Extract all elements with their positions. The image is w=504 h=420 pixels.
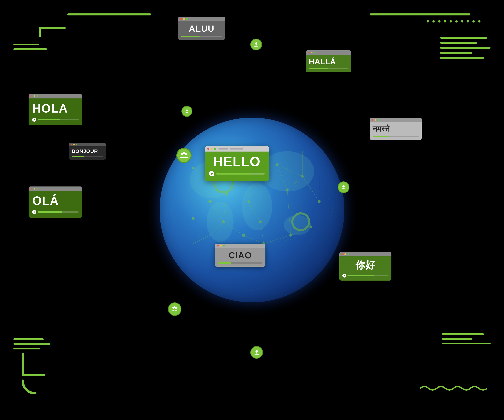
svg-point-53 <box>192 217 195 220</box>
wavy-decoration <box>420 384 487 393</box>
globe-network-svg <box>160 118 344 302</box>
accent-bars-right <box>440 37 491 59</box>
svg-line-33 <box>193 235 210 244</box>
people-icon-1 <box>250 39 262 50</box>
people-icon-7 <box>168 302 181 316</box>
people-icon-3 <box>181 106 192 117</box>
ola-text: OLÁ <box>32 194 79 208</box>
card-ciao: CIAO <box>215 244 265 267</box>
hola-text: HOLA <box>32 102 79 115</box>
people-icon-6 <box>250 346 263 359</box>
svg-point-65 <box>342 185 345 187</box>
namaste-text: नमस्ते <box>373 124 419 133</box>
hello-text: HELLO <box>209 155 265 168</box>
bonjour-text: BONJOUR <box>72 148 103 154</box>
svg-point-49 <box>286 188 289 191</box>
svg-point-47 <box>289 234 292 237</box>
svg-point-61 <box>186 109 188 111</box>
accent-bars-left-top <box>13 44 47 50</box>
svg-point-64 <box>185 153 187 155</box>
arc-decoration-bottom-left <box>22 367 49 395</box>
card-bonjour: BONJOUR <box>69 143 106 160</box>
scene: HELLO HOLA <box>0 0 504 420</box>
top-right-accent-bar <box>370 13 470 15</box>
svg-point-42 <box>301 175 304 178</box>
card-hola: HOLA <box>29 94 82 125</box>
dots-decoration-top-right <box>427 20 480 23</box>
accent-bars-right-bottom <box>442 333 491 344</box>
svg-point-41 <box>276 163 279 166</box>
globe <box>151 109 353 311</box>
card-namaste: नमस्ते <box>370 118 422 140</box>
svg-line-14 <box>264 235 291 244</box>
accent-bars-left-bottom <box>13 338 50 349</box>
card-hello: HELLO <box>205 146 269 181</box>
nihao-text: 你好 <box>342 259 388 272</box>
svg-point-45 <box>242 234 245 237</box>
bracket-top-left <box>39 27 66 37</box>
svg-point-66 <box>255 350 258 353</box>
aluu-text: ALUU <box>181 24 222 34</box>
svg-point-50 <box>247 200 250 203</box>
top-accent-bar <box>67 13 151 15</box>
svg-point-44 <box>222 220 225 223</box>
svg-point-48 <box>208 200 212 203</box>
card-ola: OLÁ <box>29 186 82 218</box>
svg-point-69 <box>175 307 177 309</box>
svg-point-57 <box>255 42 257 45</box>
card-halla: HALLÁ <box>306 50 351 72</box>
svg-line-13 <box>244 235 264 244</box>
svg-point-3 <box>242 183 272 230</box>
card-aluu: ALUU <box>178 17 225 40</box>
halla-text: HALLÁ <box>309 57 348 66</box>
svg-point-5 <box>284 215 311 235</box>
svg-point-43 <box>318 200 321 203</box>
svg-point-38 <box>192 167 195 169</box>
globe-sphere <box>160 118 344 302</box>
people-icon-4 <box>176 148 192 163</box>
card-nihao: 你好 <box>339 252 391 281</box>
ciao-text: CIAO <box>218 250 262 260</box>
people-icon-5 <box>338 181 349 193</box>
svg-point-54 <box>259 220 262 223</box>
svg-point-52 <box>309 225 312 228</box>
